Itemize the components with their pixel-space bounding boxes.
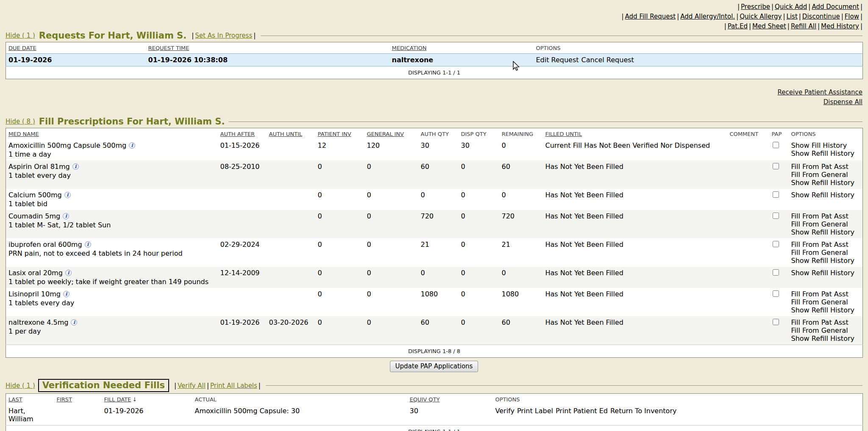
show-refill-history-link[interactable]: Show Refill History <box>791 334 860 343</box>
fill-row-calcium[interactable]: Calcium 500mgi 1 tablet bid 0 0 0 0 0 Ha… <box>6 189 863 210</box>
link-med-history[interactable]: Med History <box>821 22 859 30</box>
col-header-general-inv[interactable]: GENERAL INV <box>364 128 418 140</box>
col-header-first[interactable]: FIRST <box>54 394 102 405</box>
med-name: Aspirin Oral 81mg <box>8 163 70 171</box>
col-header-med-name[interactable]: MED NAME <box>6 128 218 140</box>
col-header-due-date[interactable]: DUE DATE <box>6 42 146 54</box>
verification-row[interactable]: Hart, William 01-19-2026 Amoxicillin 500… <box>6 405 863 425</box>
col-header-medication[interactable]: MEDICATION <box>389 42 534 54</box>
info-icon[interactable]: i <box>63 291 70 297</box>
col-header-fill-date[interactable]: FILL DATE↓ <box>102 394 192 405</box>
fill-from-general-link[interactable]: Fill From General <box>791 298 860 306</box>
show-refill-history-link[interactable]: Show Refill History <box>791 191 860 199</box>
fill-from-pat-asst-link[interactable]: Fill From Pat Asst <box>791 290 860 298</box>
fill-row-lasix[interactable]: Lasix oral 20mgi 1 tablet po weekly; tak… <box>6 267 863 288</box>
requests-hide-link[interactable]: Hide ( 1 ) <box>6 32 35 39</box>
med-sig: PRN pain, not to exceed 4 tablets in 24 … <box>8 249 215 257</box>
show-refill-history-link[interactable]: Show Refill History <box>791 306 860 314</box>
request-row[interactable]: 01-19-2026 01-19-2026 10:38:08 naltrexon… <box>6 54 863 66</box>
pap-checkbox[interactable] <box>773 163 779 169</box>
link-pat-ed[interactable]: Pat.Ed <box>728 22 748 30</box>
info-icon[interactable]: i <box>64 192 71 198</box>
pap-checkbox[interactable] <box>773 241 779 247</box>
fill-from-pat-asst-link[interactable]: Fill From Pat Asst <box>791 163 860 171</box>
dispense-all-link[interactable]: Dispense All <box>823 98 862 106</box>
col-header-filled-until[interactable]: FILLED UNTIL <box>543 128 727 140</box>
link-add-fill-request[interactable]: Add Fill Request <box>625 13 676 20</box>
pap-button-row: Update PAP Applications <box>0 361 868 372</box>
verification-section-header: Hide ( 1 ) Verification Needed Fills |Ve… <box>6 379 862 392</box>
pap-checkbox[interactable] <box>773 290 779 297</box>
show-refill-history-link[interactable]: Show Refill History <box>791 149 860 157</box>
verify-link[interactable]: Verify <box>495 407 515 415</box>
show-refill-history-link[interactable]: Show Refill History <box>791 228 860 236</box>
link-med-sheet[interactable]: Med Sheet <box>752 22 786 30</box>
info-icon[interactable]: i <box>129 142 135 149</box>
fill-row-aspirin[interactable]: Aspirin Oral 81mgi 1 tablet every day 08… <box>6 160 863 189</box>
link-list[interactable]: List <box>787 13 798 20</box>
print-label-link[interactable]: Print Label <box>517 407 553 415</box>
fill-from-pat-asst-link[interactable]: Fill From Pat Asst <box>791 318 860 326</box>
fill-row-naltrexone[interactable]: naltrexone 4.5mgi 1 per day 01-19-2026 0… <box>6 316 863 345</box>
pap-checkbox[interactable] <box>773 319 779 325</box>
return-to-inventory-link[interactable]: Return To Inventory <box>610 407 677 415</box>
link-discontinue[interactable]: Discontinue <box>802 13 840 20</box>
info-icon[interactable]: i <box>63 213 69 219</box>
fill-from-general-link[interactable]: Fill From General <box>791 326 860 334</box>
verification-section-title: Verification Needed Fills <box>42 380 165 390</box>
verification-hide-link[interactable]: Hide ( 1 ) <box>6 382 35 390</box>
link-refill-all[interactable]: Refill All <box>791 22 816 30</box>
show-refill-history-link[interactable]: Show Refill History <box>791 179 860 187</box>
cell-options: Show Refill History <box>789 189 863 210</box>
edit-request-link[interactable]: Edit Request <box>536 56 579 64</box>
link-quick-add[interactable]: Quick Add <box>775 3 807 11</box>
col-header-equiv-qty[interactable]: EQUIV QTY <box>407 394 493 405</box>
cell-last: Hart, William <box>6 405 54 425</box>
show-refill-history-link[interactable]: Show Refill History <box>791 257 860 265</box>
fill-hide-link[interactable]: Hide ( 8 ) <box>6 118 35 125</box>
cell-med: naltrexone 4.5mgi 1 per day <box>6 316 218 345</box>
cell-auth-until <box>267 189 315 210</box>
fill-row-ibuprofen[interactable]: ibuprofen oral 600mgi PRN pain, not to e… <box>6 238 863 267</box>
fill-from-pat-asst-link[interactable]: Fill From Pat Asst <box>791 212 860 220</box>
col-header-auth-after[interactable]: AUTH AFTER <box>218 128 267 140</box>
set-as-in-progress-link[interactable]: Set As In Progress <box>195 32 252 39</box>
cell-patient-inv: 0 <box>315 189 364 210</box>
cell-auth-until <box>267 139 315 160</box>
print-patient-ed-link[interactable]: Print Patient Ed <box>556 407 608 415</box>
fill-from-general-link[interactable]: Fill From General <box>791 171 860 179</box>
pap-checkbox[interactable] <box>773 269 779 276</box>
link-add-allergy-intol[interactable]: Add Allergy/Intol. <box>680 13 735 20</box>
fill-from-general-link[interactable]: Fill From General <box>791 220 860 228</box>
pap-checkbox[interactable] <box>773 213 779 219</box>
fill-from-general-link[interactable]: Fill From General <box>791 249 860 257</box>
show-fill-history-link[interactable]: Show Fill History <box>791 141 860 149</box>
info-icon[interactable]: i <box>72 163 79 170</box>
col-header-auth-until[interactable]: AUTH UNTIL <box>267 128 315 140</box>
info-icon[interactable]: i <box>71 319 77 326</box>
link-quick-allergy[interactable]: Quick Allergy <box>740 13 782 20</box>
pap-checkbox[interactable] <box>773 142 779 148</box>
link-flow[interactable]: Flow <box>845 13 859 20</box>
fill-row-coumadin[interactable]: Coumadin 5mgi 1 tablet M- Sat, 1/2 table… <box>6 210 863 238</box>
show-refill-history-link[interactable]: Show Refill History <box>791 269 860 277</box>
fill-row-amoxicillin[interactable]: Amoxicillin 500mg Capsule 500mgi 1 time … <box>6 139 863 160</box>
update-pap-applications-button[interactable]: Update PAP Applications <box>390 361 479 372</box>
receive-patient-assistance-link[interactable]: Receive Patient Assistance <box>778 88 862 96</box>
pap-checkbox[interactable] <box>773 191 779 198</box>
cancel-request-link[interactable]: Cancel Request <box>581 56 634 64</box>
info-icon[interactable]: i <box>85 241 91 248</box>
col-header-disp-qty: DISP QTY <box>459 128 499 140</box>
verify-all-link[interactable]: Verify All <box>178 382 206 390</box>
link-prescribe[interactable]: Prescribe <box>741 3 770 11</box>
col-header-patient-inv[interactable]: PATIENT INV <box>315 128 364 140</box>
cell-options: Fill From Pat Asst Fill From General Sho… <box>789 210 863 238</box>
verification-section: Hide ( 1 ) Verification Needed Fills |Ve… <box>0 379 868 431</box>
fill-row-lisinopril[interactable]: Lisinopril 10mgi 1 tablets every day 0 0… <box>6 288 863 316</box>
col-header-request-time[interactable]: REQUEST TIME <box>146 42 389 54</box>
link-add-document[interactable]: Add Document <box>812 3 859 11</box>
info-icon[interactable]: i <box>65 270 72 276</box>
col-header-last[interactable]: LAST <box>6 394 54 405</box>
print-all-labels-link[interactable]: Print All Labels <box>210 382 257 390</box>
fill-from-pat-asst-link[interactable]: Fill From Pat Asst <box>791 240 860 249</box>
